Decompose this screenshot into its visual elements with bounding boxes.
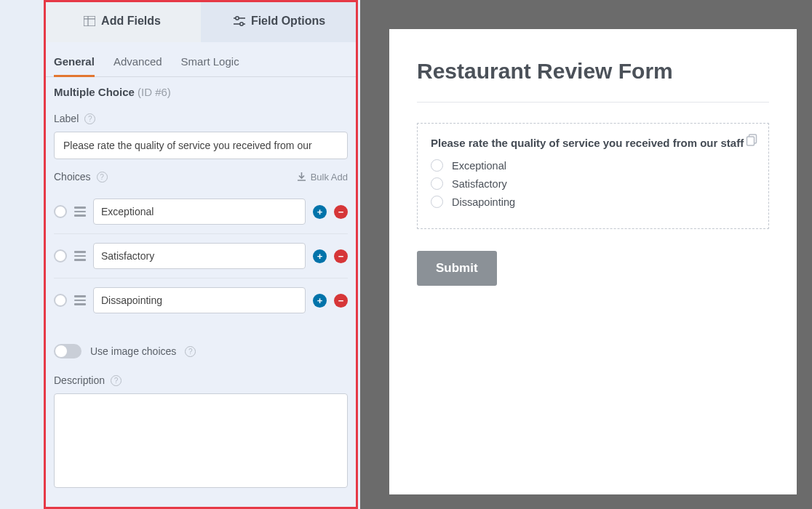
- help-icon[interactable]: ?: [97, 172, 108, 183]
- svg-point-4: [236, 17, 239, 20]
- choice-row: + −: [54, 190, 348, 234]
- preview-canvas: Restaurant Review Form Please rate the q…: [360, 0, 812, 509]
- svg-rect-0: [84, 16, 95, 26]
- drag-handle-icon[interactable]: [74, 207, 86, 217]
- field-id: (ID #6): [138, 86, 171, 98]
- radio-icon: [431, 196, 443, 208]
- label-section-title: Label: [54, 113, 79, 124]
- tab-add-fields[interactable]: Add Fields: [44, 0, 201, 42]
- toggle-use-image-choices-label: Use image choices: [90, 345, 176, 357]
- subtab-smart-logic[interactable]: Smart Logic: [181, 55, 239, 76]
- add-choice-button[interactable]: +: [313, 294, 327, 308]
- field-heading: Multiple Choice (ID #6): [44, 77, 358, 107]
- drag-handle-icon[interactable]: [74, 251, 86, 261]
- help-icon[interactable]: ?: [84, 113, 95, 124]
- radio-icon: [431, 159, 443, 172]
- remove-choice-button[interactable]: −: [334, 249, 348, 263]
- description-section-title: Description: [54, 374, 105, 386]
- download-icon: [297, 172, 306, 182]
- form-preview: Restaurant Review Form Please rate the q…: [389, 29, 797, 494]
- preview-choice-label: Dissapointing: [452, 196, 515, 208]
- preview-choice[interactable]: Exceptional: [431, 159, 755, 172]
- drag-handle-icon[interactable]: [74, 295, 86, 305]
- choice-default-radio[interactable]: [54, 294, 67, 307]
- choice-input[interactable]: [93, 243, 306, 269]
- choice-default-radio[interactable]: [54, 205, 67, 218]
- remove-choice-button[interactable]: −: [334, 294, 348, 308]
- help-icon[interactable]: ?: [185, 346, 196, 357]
- description-textarea[interactable]: [54, 393, 348, 488]
- field-type-name: Multiple Choice: [54, 86, 135, 98]
- add-choice-button[interactable]: +: [313, 249, 327, 263]
- tab-field-options[interactable]: Field Options: [201, 0, 358, 42]
- subtab-general[interactable]: General: [54, 55, 95, 77]
- label-input[interactable]: [54, 132, 348, 159]
- choice-row: + −: [54, 278, 348, 322]
- toggle-use-image-choices[interactable]: [54, 344, 81, 358]
- grid-icon: [84, 16, 95, 26]
- svg-rect-8: [747, 137, 755, 145]
- preview-choice-label: Exceptional: [452, 160, 506, 172]
- field-preview-box[interactable]: Please rate the quality of service you r…: [417, 123, 769, 229]
- remove-choice-button[interactable]: −: [334, 205, 348, 219]
- choice-input[interactable]: [93, 199, 306, 225]
- sub-tabs: General Advanced Smart Logic: [44, 42, 358, 77]
- add-choice-button[interactable]: +: [313, 205, 327, 219]
- submit-button[interactable]: Submit: [417, 251, 497, 286]
- radio-icon: [431, 177, 443, 190]
- subtab-advanced[interactable]: Advanced: [114, 55, 162, 76]
- copy-icon[interactable]: [746, 134, 758, 146]
- field-preview-label: Please rate the quality of service you r…: [431, 137, 755, 149]
- top-tabs: Add Fields Field Options: [44, 0, 358, 42]
- choice-input[interactable]: [93, 287, 306, 313]
- preview-choice[interactable]: Satisfactory: [431, 177, 755, 190]
- help-icon[interactable]: ?: [111, 375, 122, 386]
- form-title: Restaurant Review Form: [417, 58, 769, 103]
- sliders-icon: [234, 16, 245, 26]
- bulk-add-label: Bulk Add: [311, 172, 348, 183]
- tab-field-options-label: Field Options: [251, 15, 325, 28]
- preview-choice[interactable]: Dissapointing: [431, 196, 755, 208]
- preview-choice-label: Satisfactory: [452, 178, 507, 190]
- bulk-add-button[interactable]: Bulk Add: [297, 172, 348, 183]
- choice-row: + −: [54, 234, 348, 278]
- tab-add-fields-label: Add Fields: [101, 15, 161, 28]
- choices-section-title: Choices: [54, 171, 91, 183]
- svg-point-6: [240, 23, 243, 25]
- choice-default-radio[interactable]: [54, 249, 67, 262]
